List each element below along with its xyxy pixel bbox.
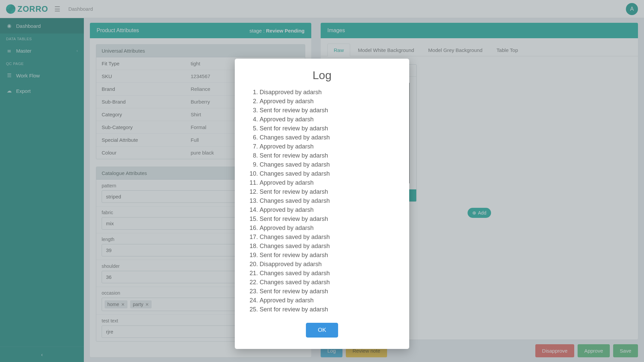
log-list: Disapproved by adarshApproved by adarshS… <box>250 88 394 314</box>
log-entry: Sent for review by adarsh <box>260 106 394 115</box>
log-entry: Changes saved by adarsh <box>260 169 394 178</box>
log-entry: Approved by adarsh <box>260 178 394 187</box>
log-entry: Sent for review by adarsh <box>260 287 394 296</box>
modal-overlay[interactable]: Log Disapproved by adarshApproved by ada… <box>0 0 644 362</box>
log-entry: Approved by adarsh <box>260 115 394 124</box>
log-entry: Approved by adarsh <box>260 224 394 233</box>
log-entry: Sent for review by adarsh <box>260 251 394 260</box>
ok-button[interactable]: OK <box>306 323 338 338</box>
log-entry: Changes saved by adarsh <box>260 160 394 169</box>
log-entry: Approved by adarsh <box>260 97 394 106</box>
log-entry: Approved by adarsh <box>260 142 394 151</box>
log-entry: Disapproved by adarsh <box>260 260 394 269</box>
modal-title: Log <box>250 69 394 82</box>
log-entry: Sent for review by adarsh <box>260 187 394 196</box>
log-entry: Disapproved by adarsh <box>260 88 394 97</box>
log-entry: Sent for review by adarsh <box>260 305 394 314</box>
log-entry: Changes saved by adarsh <box>260 242 394 251</box>
log-entry: Approved by adarsh <box>260 205 394 215</box>
log-entry: Changes saved by adarsh <box>260 269 394 278</box>
log-entry: Changes saved by adarsh <box>260 133 394 142</box>
log-entry: Changes saved by adarsh <box>260 278 394 287</box>
log-entry: Changes saved by adarsh <box>260 233 394 242</box>
log-entry: Sent for review by adarsh <box>260 124 394 133</box>
log-entry: Sent for review by adarsh <box>260 215 394 224</box>
log-entry: Changes saved by adarsh <box>260 196 394 205</box>
log-modal: Log Disapproved by adarshApproved by ada… <box>235 59 409 349</box>
log-entry: Approved by adarsh <box>260 296 394 305</box>
log-entry: Sent for review by adarsh <box>260 151 394 160</box>
